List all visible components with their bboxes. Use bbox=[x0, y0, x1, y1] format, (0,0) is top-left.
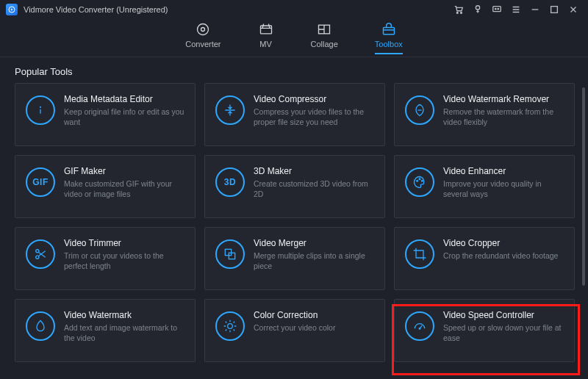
tab-toolbox[interactable]: Toolbox bbox=[375, 22, 403, 54]
svg-point-3 bbox=[476, 6, 479, 10]
tool-title: GIF Maker bbox=[64, 166, 184, 176]
tool-desc: Crop the redundant video footage bbox=[443, 251, 564, 261]
svg-point-1 bbox=[456, 12, 458, 14]
tool-title: Video Watermark bbox=[64, 310, 184, 320]
tools-grid: Media Metadata Editor Keep original file… bbox=[15, 83, 578, 362]
tool-video-trimmer[interactable]: Video Trimmer Trim or cut your videos to… bbox=[15, 227, 196, 290]
maximize-button[interactable] bbox=[545, 1, 563, 18]
tool-video-watermark[interactable]: Video Watermark Add text and image water… bbox=[15, 299, 196, 362]
svg-point-16 bbox=[422, 181, 423, 182]
svg-rect-7 bbox=[551, 7, 558, 13]
svg-point-15 bbox=[419, 178, 420, 180]
svg-point-9 bbox=[201, 28, 205, 32]
svg-rect-19 bbox=[225, 249, 231, 255]
tool-title: Video Trimmer bbox=[64, 238, 184, 248]
tool-video-merger[interactable]: Video Merger Merge multiple clips into a… bbox=[204, 227, 385, 290]
tool-desc: Add text and image watermark to the vide… bbox=[64, 323, 184, 343]
tool-title: Video Watermark Remover bbox=[443, 94, 564, 104]
tool-video-compressor[interactable]: Video Compressor Compress your video fil… bbox=[204, 83, 385, 146]
tool-media-metadata-editor[interactable]: Media Metadata Editor Keep original file… bbox=[15, 83, 196, 146]
tool-color-correction[interactable]: Color Correction Correct your video colo… bbox=[204, 299, 385, 362]
svg-point-17 bbox=[36, 250, 39, 253]
tab-label: MV bbox=[259, 40, 272, 48]
compress-icon bbox=[215, 95, 245, 125]
svg-point-21 bbox=[228, 324, 233, 329]
svg-rect-10 bbox=[260, 26, 271, 34]
tool-desc: Create customized 3D video from 2D bbox=[254, 179, 374, 199]
svg-rect-12 bbox=[383, 28, 394, 35]
svg-point-6 bbox=[498, 8, 498, 9]
tools-grid-wrap: Media Metadata Editor Keep original file… bbox=[0, 83, 588, 375]
droplet-icon bbox=[26, 311, 55, 341]
tool-desc: Compress your video files to the proper … bbox=[254, 107, 374, 127]
tool-title: 3D Maker bbox=[254, 166, 374, 176]
svg-point-14 bbox=[417, 181, 418, 182]
svg-rect-4 bbox=[493, 7, 501, 12]
merge-icon bbox=[215, 239, 245, 269]
tab-mv[interactable]: MV bbox=[258, 22, 274, 54]
tool-video-speed-controller[interactable]: Video Speed Controller Speed up or slow … bbox=[394, 299, 575, 362]
gif-icon: GIF bbox=[26, 167, 55, 197]
tool-desc: Correct your video color bbox=[254, 323, 374, 333]
info-icon bbox=[26, 95, 55, 125]
titlebar: Vidmore Video Converter (Unregistered) bbox=[0, 0, 588, 19]
tab-label: Toolbox bbox=[375, 40, 403, 48]
tool-title: Media Metadata Editor bbox=[64, 94, 184, 104]
close-button[interactable] bbox=[564, 1, 582, 18]
tool-desc: Improve your video quality in several wa… bbox=[443, 179, 564, 199]
watermark-remove-icon bbox=[405, 95, 434, 125]
tool-gif-maker[interactable]: GIF GIF Maker Make customized GIF with y… bbox=[15, 155, 196, 218]
tool-desc: Merge multiple clips into a single piece bbox=[254, 251, 374, 271]
minimize-button[interactable] bbox=[526, 1, 544, 18]
tool-title: Video Speed Controller bbox=[443, 310, 564, 320]
sun-icon bbox=[215, 311, 245, 341]
gauge-icon bbox=[405, 311, 434, 341]
palette-icon bbox=[405, 167, 434, 197]
tab-label: Collage bbox=[311, 40, 338, 48]
cart-icon[interactable] bbox=[450, 1, 467, 18]
svg-point-2 bbox=[461, 12, 462, 14]
scissors-icon bbox=[26, 239, 55, 269]
tool-desc: Remove the watermark from the video flex… bbox=[443, 107, 564, 127]
svg-rect-20 bbox=[229, 253, 234, 259]
tab-collage[interactable]: Collage bbox=[311, 22, 338, 54]
scrollbar[interactable] bbox=[582, 87, 585, 286]
tab-converter[interactable]: Converter bbox=[185, 22, 220, 54]
svg-point-5 bbox=[495, 8, 496, 9]
tool-video-cropper[interactable]: Video Cropper Crop the redundant video f… bbox=[394, 227, 575, 290]
tool-desc: Trim or cut your videos to the perfect l… bbox=[64, 251, 184, 271]
svg-point-8 bbox=[198, 24, 209, 35]
tool-desc: Speed up or slow down your file at ease bbox=[443, 323, 564, 343]
crop-icon bbox=[405, 239, 434, 269]
svg-point-18 bbox=[36, 256, 39, 259]
key-icon[interactable] bbox=[469, 1, 487, 18]
svg-point-13 bbox=[40, 107, 41, 107]
tab-label: Converter bbox=[185, 40, 220, 48]
tool-3d-maker[interactable]: 3D 3D Maker Create customized 3D video f… bbox=[204, 155, 385, 218]
feedback-icon[interactable] bbox=[488, 1, 506, 18]
tool-video-enhancer[interactable]: Video Enhancer Improve your video qualit… bbox=[394, 155, 575, 218]
menu-icon[interactable] bbox=[507, 1, 525, 18]
app-logo bbox=[6, 4, 18, 15]
tool-title: Video Enhancer bbox=[443, 166, 564, 176]
threed-icon: 3D bbox=[215, 167, 245, 197]
svg-point-22 bbox=[419, 328, 420, 330]
tool-title: Color Correction bbox=[254, 310, 374, 320]
main-tabs: Converter MV Collage Toolbox bbox=[0, 19, 588, 57]
section-title: Popular Tools bbox=[0, 57, 588, 83]
window-title: Vidmore Video Converter (Unregistered) bbox=[24, 5, 168, 14]
tool-video-watermark-remover[interactable]: Video Watermark Remover Remove the water… bbox=[394, 83, 575, 146]
tool-desc: Make customized GIF with your video or i… bbox=[64, 179, 184, 199]
tool-desc: Keep original file info or edit as you w… bbox=[64, 107, 184, 127]
tool-title: Video Compressor bbox=[254, 94, 374, 104]
tool-title: Video Cropper bbox=[443, 238, 564, 248]
tool-title: Video Merger bbox=[254, 238, 374, 248]
